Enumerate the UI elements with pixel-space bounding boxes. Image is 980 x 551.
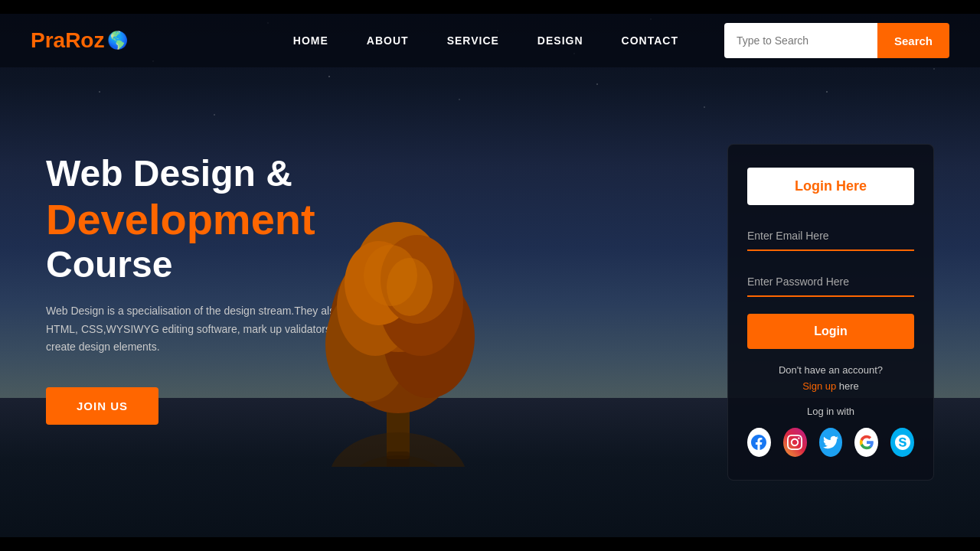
top-bar <box>0 0 980 14</box>
nav-service[interactable]: SERVICE <box>447 34 499 47</box>
google-icon[interactable] <box>854 428 878 457</box>
log-in-with-text: Log in with <box>747 406 914 417</box>
email-field[interactable] <box>747 222 914 251</box>
facebook-icon[interactable] <box>747 428 771 457</box>
search-input[interactable] <box>724 23 877 58</box>
twitter-icon[interactable] <box>819 428 843 457</box>
svg-point-11 <box>387 258 433 316</box>
social-icons <box>747 428 914 457</box>
search-bar: Search <box>724 23 949 58</box>
bottom-bar <box>0 537 980 551</box>
nav-links: HOME ABOUT SERVICE DESIGN CONTACT <box>293 34 678 47</box>
skype-icon[interactable] <box>890 428 914 457</box>
logo-globe-icon: 🌎 <box>107 31 128 51</box>
svg-rect-14 <box>387 452 410 467</box>
tree-illustration <box>291 176 505 452</box>
nav-design[interactable]: DESIGN <box>537 34 583 47</box>
nav-home[interactable]: HOME <box>293 34 328 47</box>
instagram-icon[interactable] <box>783 428 807 457</box>
join-us-button[interactable]: JOIN US <box>46 387 158 425</box>
nav-contact[interactable]: CONTACT <box>622 34 678 47</box>
no-account-text: Don't have an account? Sign up here <box>747 363 914 395</box>
nav-about[interactable]: ABOUT <box>367 34 409 47</box>
login-card: Login Here Login Don't have an account? … <box>727 144 934 481</box>
logo-text: PraRoz <box>31 28 104 53</box>
login-header-button[interactable]: Login Here <box>747 168 914 205</box>
navbar: PraRoz🌎 HOME ABOUT SERVICE DESIGN CONTAC… <box>0 14 980 67</box>
search-button[interactable]: Search <box>877 23 949 58</box>
login-button[interactable]: Login <box>747 314 914 349</box>
signup-link[interactable]: Sign up <box>802 380 836 392</box>
logo[interactable]: PraRoz🌎 <box>31 28 128 53</box>
password-field[interactable] <box>747 268 914 297</box>
